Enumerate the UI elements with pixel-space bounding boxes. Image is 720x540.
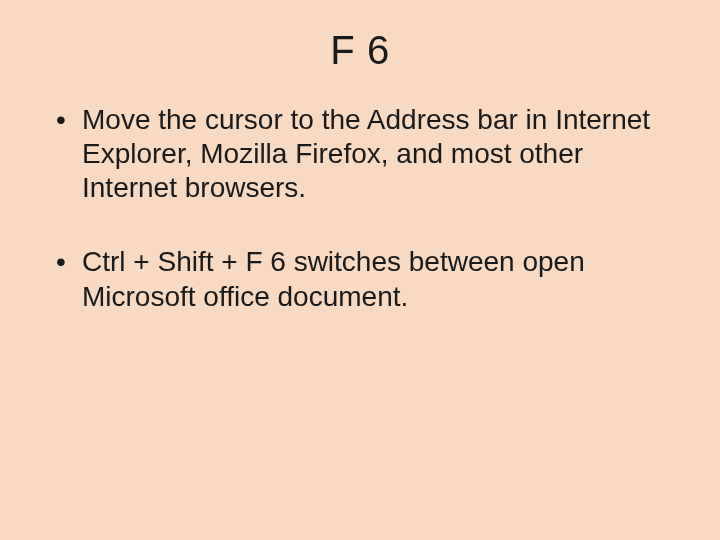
- slide: F 6 Move the cursor to the Address bar i…: [0, 0, 720, 540]
- list-item: Move the cursor to the Address bar in In…: [50, 103, 670, 205]
- list-item: Ctrl + Shift + F 6 switches between open…: [50, 245, 670, 313]
- slide-body: Move the cursor to the Address bar in In…: [0, 73, 720, 314]
- slide-title: F 6: [0, 0, 720, 73]
- bullet-list: Move the cursor to the Address bar in In…: [50, 103, 670, 314]
